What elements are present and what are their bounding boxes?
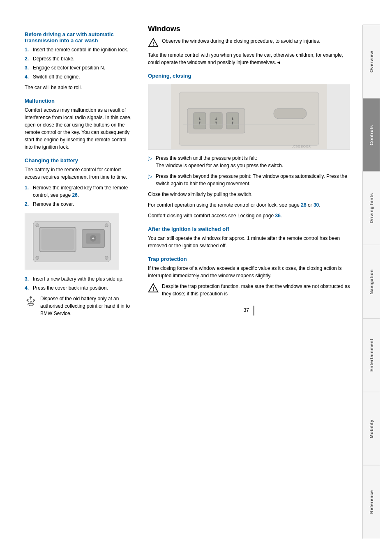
sidebar-tab-driving-hints[interactable]: Driving hints xyxy=(363,171,380,245)
battery-step-3: 3. Insert a new battery with the plus si… xyxy=(25,275,136,283)
battery-image xyxy=(25,213,119,270)
windows-warning-text: Observe the windows during the closing p… xyxy=(162,37,321,45)
malfunction-text: Comfort access may malfunction as a resu… xyxy=(25,106,136,151)
sidebar-tab-mobility[interactable]: Mobility xyxy=(363,392,380,465)
battery-step-1: 1. Remove the integrated key from the re… xyxy=(25,184,136,199)
dispose-text: Dispose of the old battery only at an au… xyxy=(40,295,136,317)
right-column: Windows ! Observe the windows during the… xyxy=(148,25,350,539)
page-number: 37 xyxy=(244,307,249,313)
page-link-36[interactable]: 36 xyxy=(275,213,280,219)
svg-point-10 xyxy=(105,223,108,227)
main-content: Before driving a car with automatic tran… xyxy=(0,0,392,555)
carwash-step-3: 3. Engage selector lever position N. xyxy=(25,64,136,71)
trap-warning-triangle-icon: ! xyxy=(148,283,159,293)
page-link-26[interactable]: 26 xyxy=(72,192,77,198)
left-column: Before driving a car with automatic tran… xyxy=(25,25,136,539)
battery-step-4: 4. Press the cover back into position. xyxy=(25,284,136,292)
page-mark xyxy=(253,306,254,315)
svg-text:!: ! xyxy=(152,41,154,47)
trap-warning-box: ! Despite the trap protection function, … xyxy=(148,283,350,297)
page-link-28[interactable]: 28 xyxy=(301,202,306,208)
window-image: UC20110501R xyxy=(148,84,350,150)
carwash-note: The car will be able to roll. xyxy=(25,84,136,91)
carwash-step-1: 1. Insert the remote control in the igni… xyxy=(25,46,136,53)
svg-rect-2 xyxy=(42,229,74,250)
battery-step-2: 2. Remove the cover. xyxy=(25,200,136,208)
bullet-arrow-1: ▷ xyxy=(148,155,152,161)
svg-point-12 xyxy=(105,256,108,260)
battery-heading: Changing the battery xyxy=(25,157,136,164)
opening-closing-heading: Opening, closing xyxy=(148,73,350,79)
sidebar-tab-reference[interactable]: Reference xyxy=(363,465,380,539)
bullet1-sub: The window is opened for as long as you … xyxy=(156,162,283,169)
svg-text:!: ! xyxy=(152,286,154,292)
battery-steps: 1. Remove the integrated key from the re… xyxy=(25,184,136,208)
comfort-note2: Comfort closing with comfort access see … xyxy=(148,212,350,219)
svg-rect-19 xyxy=(194,113,206,129)
svg-rect-20 xyxy=(210,113,222,129)
trap-warning-text: Despite the trap protection function, ma… xyxy=(162,283,350,297)
bullet-item-1: ▷ Press the switch until the pressure po… xyxy=(148,154,350,169)
bullet2-main: Press the switch beyond the pressure poi… xyxy=(156,173,350,187)
svg-point-9 xyxy=(36,223,39,227)
sidebar-tab-controls[interactable]: Controls xyxy=(363,98,380,172)
dispose-box: ♻ Dispose of the old battery only at an … xyxy=(25,295,136,320)
sidebar-tab-overview[interactable]: Overview xyxy=(363,25,380,98)
windows-intro-text: Take the remote control with you when yo… xyxy=(148,51,350,66)
recycle-icon: ♻ xyxy=(25,295,37,307)
svg-rect-28 xyxy=(274,108,307,119)
close-note: Close the window similarly by pulling th… xyxy=(148,191,350,198)
sidebar-tab-entertainment[interactable]: Entertainment xyxy=(363,318,380,392)
carwash-heading: Before driving a car with automatic tran… xyxy=(25,31,136,44)
battery-steps-cont: 3. Insert a new battery with the plus si… xyxy=(25,275,136,292)
svg-rect-21 xyxy=(226,113,239,129)
page-link-30[interactable]: 30 xyxy=(314,202,319,208)
bullet-arrow-2: ▷ xyxy=(148,173,152,180)
battery-intro-text: The battery in the remote control for co… xyxy=(25,166,136,181)
windows-warning-box: ! Observe the windows during the closing… xyxy=(148,37,350,48)
bullet1-main: Press the switch until the pressure poin… xyxy=(156,154,283,162)
after-ignition-heading: After the ignition is switched off xyxy=(148,226,350,232)
svg-text:UC20110501R: UC20110501R xyxy=(292,145,311,148)
window-svg: UC20110501R xyxy=(148,84,350,150)
sidebar-tab-navigation[interactable]: Navigation xyxy=(363,245,380,318)
sidebar: Overview Controls Driving hints Navigati… xyxy=(362,25,380,539)
carwash-step-4: 4. Switch off the engine. xyxy=(25,73,136,81)
windows-heading: Windows xyxy=(148,25,350,33)
comfort-note1: For comfort operation using the remote c… xyxy=(148,201,350,209)
carwash-steps: 1. Insert the remote control in the igni… xyxy=(25,46,136,81)
page-number-container: 37 xyxy=(148,306,350,315)
malfunction-heading: Malfunction xyxy=(25,98,136,104)
svg-text:♻: ♻ xyxy=(30,301,32,304)
warning-triangle-icon: ! xyxy=(148,37,159,48)
carwash-step-2: 2. Depress the brake. xyxy=(25,55,136,62)
bullet-item-2: ▷ Press the switch beyond the pressure p… xyxy=(148,173,350,187)
svg-point-11 xyxy=(36,256,39,260)
after-ignition-text: You can still operate the windows for ap… xyxy=(148,235,350,249)
trap-text: If the closing force of a window exceeds… xyxy=(148,265,350,279)
trap-heading: Trap protection xyxy=(148,256,350,262)
page-container: Before driving a car with automatic tran… xyxy=(0,0,392,555)
battery-svg xyxy=(25,213,119,270)
